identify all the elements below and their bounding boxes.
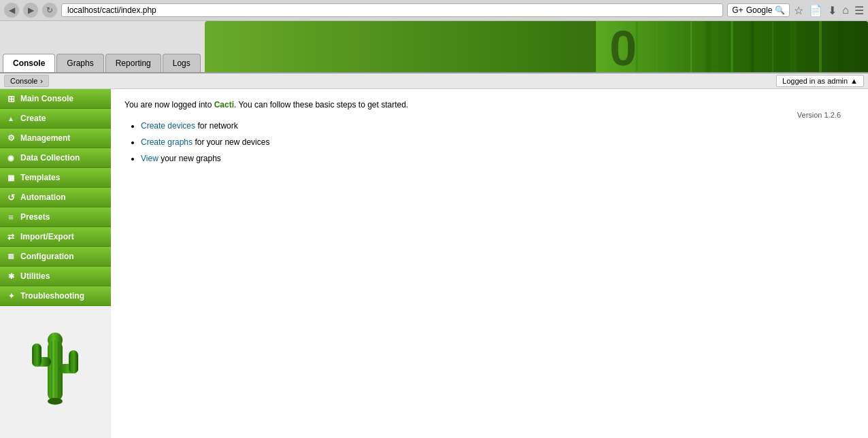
sidebar-item-templates[interactable]: Templates xyxy=(0,168,111,188)
chart-icon xyxy=(5,113,16,124)
sidebar-label-main-console: Main Console xyxy=(20,94,73,103)
list-item: Create graphs for your new devices xyxy=(141,134,854,150)
sidebar-item-troubleshooting[interactable]: Troubleshooting xyxy=(0,286,111,306)
sidebar-item-automation[interactable]: Automation xyxy=(0,188,111,207)
url-text: localhost/cacti/index.php xyxy=(67,5,156,15)
breadcrumb-arrow: › xyxy=(40,77,43,85)
tab-logs[interactable]: Logs xyxy=(163,54,201,72)
sidebar-label-utilities: Utilities xyxy=(20,271,50,281)
auth-badge: Logged in as admin ▲ xyxy=(776,75,864,87)
template-icon xyxy=(5,172,16,183)
back-button[interactable]: ◀ xyxy=(4,3,19,18)
create-devices-link[interactable]: Create devices xyxy=(141,121,195,131)
cactus-logo xyxy=(0,306,111,428)
trouble-icon xyxy=(5,290,16,301)
url-bar[interactable]: localhost/cacti/index.php xyxy=(61,3,723,17)
sidebar-label-automation: Automation xyxy=(20,192,66,202)
content-wrapper: You are now logged into Cacti. You can f… xyxy=(124,100,854,167)
sidebar-label-presets: Presets xyxy=(20,212,50,222)
config-icon xyxy=(5,251,16,262)
app-name: Cacti xyxy=(214,100,234,110)
search-input-label: Google xyxy=(746,5,773,15)
bookmark-icon[interactable]: ☆ xyxy=(794,4,803,17)
auth-label: Logged in as admin xyxy=(782,77,848,85)
sidebar-item-configuration[interactable]: Configuration xyxy=(0,247,111,267)
search-bar[interactable]: G+ Google 🔍 xyxy=(727,3,790,17)
svg-text:0: 0 xyxy=(610,21,637,72)
sidebar-label-create: Create xyxy=(20,114,46,123)
sidebar-label-management: Management xyxy=(20,133,70,143)
forward-button[interactable]: ▶ xyxy=(23,3,38,18)
breadcrumb[interactable]: Console › xyxy=(4,75,49,87)
sidebar-label-troubleshooting: Troubleshooting xyxy=(20,291,84,301)
step-2-suffix: for your new devices xyxy=(193,137,269,147)
sidebar-item-data-collection[interactable]: Data Collection xyxy=(0,148,111,168)
sidebar-item-create[interactable]: Create xyxy=(0,109,111,129)
list-item: View your new graphs xyxy=(141,150,854,167)
db-icon xyxy=(5,152,16,163)
util-icon xyxy=(5,271,16,282)
step-3-suffix: your new graphs xyxy=(158,154,221,163)
tab-reporting[interactable]: Reporting xyxy=(105,54,161,72)
import-icon xyxy=(5,231,16,242)
svg-point-26 xyxy=(48,398,63,405)
browser-chrome: ◀ ▶ ↻ localhost/cacti/index.php G+ Googl… xyxy=(0,0,868,21)
app-tabs: Console Graphs Reporting Logs xyxy=(0,21,868,73)
sidebar-item-import-export[interactable]: Import/Export xyxy=(0,227,111,247)
home-icon[interactable]: ⌂ xyxy=(842,4,849,16)
sidebar-label-configuration: Configuration xyxy=(20,252,74,261)
tab-graphs[interactable]: Graphs xyxy=(56,54,103,72)
preset-icon xyxy=(5,212,16,222)
list-item: Create devices for network xyxy=(141,118,854,134)
breadcrumb-label: Console xyxy=(10,77,37,85)
sidebar-item-utilities[interactable]: Utilities xyxy=(0,267,111,286)
menu-icon[interactable]: ☰ xyxy=(854,4,864,17)
version-badge: Version 1.2.6 xyxy=(797,111,841,119)
sidebar-label-import-export: Import/Export xyxy=(20,232,74,241)
breadcrumb-bar: Console › Logged in as admin ▲ xyxy=(0,73,868,89)
sidebar-label-data-collection: Data Collection xyxy=(20,153,80,163)
sidebar-item-main-console[interactable]: Main Console xyxy=(0,89,111,109)
header-decoration: 0 xyxy=(596,21,868,72)
automation-icon xyxy=(5,192,16,203)
steps-list: Create devices for network Create graphs… xyxy=(124,118,854,167)
browser-toolbar: ☆ 📄 ⬇ ⌂ ☰ xyxy=(794,4,864,17)
welcome-message: You are now logged into Cacti. You can f… xyxy=(124,100,854,110)
reload-button[interactable]: ↻ xyxy=(42,3,57,18)
step-1-suffix: for network xyxy=(195,121,238,131)
sidebar-label-templates: Templates xyxy=(20,173,60,182)
welcome-intro: You are now logged into xyxy=(124,100,214,110)
welcome-suffix: . You can follow these basic steps to ge… xyxy=(234,100,408,110)
sidebar-item-management[interactable]: Management xyxy=(0,129,111,148)
search-icon[interactable]: 🔍 xyxy=(775,5,785,15)
sidebar: Main Console Create Management Data Coll… xyxy=(0,89,111,438)
main-layout: Main Console Create Management Data Coll… xyxy=(0,89,868,438)
sidebar-item-presets[interactable]: Presets xyxy=(0,207,111,227)
view-link[interactable]: View xyxy=(141,154,158,163)
reader-icon[interactable]: 📄 xyxy=(809,4,822,17)
download-icon[interactable]: ⬇ xyxy=(828,4,837,17)
monitor-icon xyxy=(5,93,16,104)
search-engine-label: G+ xyxy=(732,5,743,15)
auth-icon: ▲ xyxy=(850,77,858,85)
gear-icon xyxy=(5,133,16,144)
create-graphs-link[interactable]: Create graphs xyxy=(141,137,193,147)
tab-console[interactable]: Console xyxy=(3,54,55,72)
content-area: You are now logged into Cacti. You can f… xyxy=(111,89,868,438)
